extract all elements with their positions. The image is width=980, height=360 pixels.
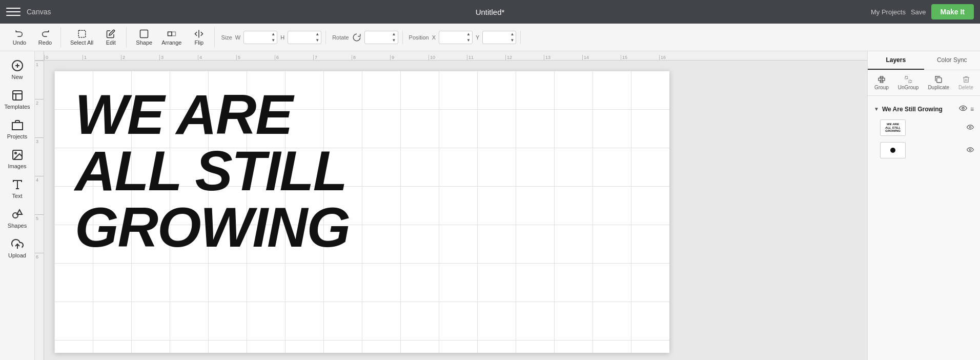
ungroup-button[interactable]: UnGroup (895, 73, 922, 92)
my-projects-button[interactable]: My Projects (871, 8, 906, 16)
ruler-mark-8: 8 (352, 55, 390, 60)
ungroup-icon (904, 75, 912, 84)
h-input[interactable] (288, 34, 314, 41)
ruler-mark-12: 12 (505, 55, 544, 60)
sidebar-item-upload-label: Upload (8, 252, 26, 258)
select-all-button[interactable]: Select All (66, 27, 97, 48)
images-icon (11, 149, 24, 161)
undo-button[interactable]: Undo (7, 27, 32, 48)
x-label: X (432, 34, 436, 41)
make-it-button[interactable]: Make It (931, 4, 974, 19)
sidebar-item-shapes[interactable]: Shapes (2, 204, 33, 233)
arrange-button[interactable]: Arrange (157, 27, 186, 48)
svg-rect-23 (937, 78, 942, 83)
w-down[interactable]: ▼ (270, 37, 277, 44)
rotate-input[interactable] (365, 34, 391, 41)
document-title: Untitled* (476, 8, 505, 16)
h-up[interactable]: ▲ (314, 31, 321, 37)
canvas-viewport[interactable]: WE ARE ALL STILL GROWING (44, 61, 867, 360)
right-panel: Layers Color Sync Group UnGroup Duplicat… (867, 51, 980, 360)
svg-point-25 (969, 126, 971, 128)
ruler-left: 1 2 3 4 5 6 (35, 61, 44, 360)
layer-item-circle[interactable] (871, 139, 977, 161)
layer-thumb-text-content: WE AREALL STILLGROWING (885, 123, 901, 133)
w-up[interactable]: ▲ (270, 31, 277, 37)
group-button[interactable]: Group (871, 73, 892, 92)
sidebar-item-text-label: Text (12, 193, 22, 199)
sidebar-item-text[interactable]: Text (2, 174, 33, 203)
ruler-left-mark-1: 1 (35, 61, 44, 99)
svg-rect-3 (172, 32, 176, 36)
ruler-mark-7: 7 (313, 55, 352, 60)
flip-button[interactable]: Flip (187, 27, 211, 48)
ruler-mark-14: 14 (582, 55, 621, 60)
svg-point-11 (15, 152, 16, 154)
layer-group-we-are-still-growing: ▼ We Are Still Growing ≡ WE AREALL STILL… (871, 102, 977, 161)
layer-group-header[interactable]: ▼ We Are Still Growing ≡ (871, 102, 977, 116)
main-area: New Templates Projects Images Text Shape… (0, 51, 980, 360)
x-down[interactable]: ▼ (465, 37, 472, 44)
sidebar-item-images-label: Images (8, 163, 26, 169)
tab-layers[interactable]: Layers (868, 51, 924, 70)
y-down[interactable]: ▼ (508, 37, 516, 44)
layer-item-eye-button[interactable] (967, 124, 974, 132)
rotate-up[interactable]: ▲ (391, 31, 398, 37)
layer-item-text[interactable]: WE AREALL STILLGROWING (871, 117, 977, 138)
y-label: Y (476, 34, 479, 41)
ruler-mark-9: 9 (390, 55, 428, 60)
rotate-label: Rotate (332, 34, 349, 41)
y-spinner: ▲ ▼ (508, 31, 516, 44)
svg-rect-20 (880, 81, 883, 83)
rotate-down[interactable]: ▼ (391, 37, 398, 44)
ruler-mark-0: 0 (44, 55, 83, 60)
save-button[interactable]: Save (911, 8, 926, 16)
svg-marker-15 (17, 210, 22, 214)
canvas-text-line1: WE ARE (75, 86, 350, 143)
edit-button[interactable]: Edit (98, 27, 123, 48)
layer-group-menu-button[interactable]: ≡ (970, 106, 974, 113)
sidebar-item-new[interactable]: New (2, 55, 33, 84)
sidebar-item-upload[interactable]: Upload (2, 234, 33, 263)
h-label: H (280, 34, 284, 41)
ruler-left-mark-6: 6 (35, 253, 44, 291)
shape-button[interactable]: Shape (132, 27, 156, 48)
x-input[interactable] (439, 34, 465, 41)
layer-group-title: We Are Still Growing (882, 106, 956, 113)
w-input[interactable] (244, 34, 270, 41)
sidebar-item-projects-label: Projects (7, 133, 28, 139)
delete-button[interactable]: Delete (955, 73, 976, 92)
redo-button[interactable]: Redo (33, 27, 57, 48)
layer-group-eye-button[interactable] (959, 104, 967, 114)
canvas-label: Canvas (27, 8, 51, 16)
h-down[interactable]: ▼ (314, 37, 321, 44)
w-label: W (235, 34, 240, 41)
duplicate-button[interactable]: Duplicate (925, 73, 952, 92)
duplicate-icon (934, 75, 943, 84)
toolbar-history-group: Undo Redo (4, 27, 61, 48)
x-up[interactable]: ▲ (465, 31, 472, 37)
sidebar-item-shapes-label: Shapes (8, 223, 27, 229)
sidebar-item-templates[interactable]: Templates (2, 85, 33, 114)
svg-rect-22 (909, 80, 911, 83)
menu-button[interactable] (6, 5, 21, 19)
svg-point-26 (969, 149, 971, 151)
ruler-mark-3: 3 (159, 55, 198, 60)
sidebar-item-new-label: New (11, 74, 23, 80)
ruler-mark-2: 2 (121, 55, 159, 60)
header-right: My Projects Save Make It (871, 4, 974, 19)
layer-item-circle-eye-button[interactable] (967, 146, 974, 155)
toolbar-size-group: Size W ▲ ▼ H ▲ ▼ (217, 31, 326, 44)
ruler-left-mark-2: 2 (35, 99, 44, 137)
group-icon (877, 75, 886, 84)
tab-color-sync[interactable]: Color Sync (924, 51, 981, 70)
left-sidebar: New Templates Projects Images Text Shape… (0, 51, 35, 360)
canvas-text-line2: ALL STILL (75, 143, 350, 199)
ruler-corner (35, 51, 44, 61)
layers-panel: ▼ We Are Still Growing ≡ WE AREALL STILL… (868, 96, 980, 360)
sidebar-item-projects[interactable]: Projects (2, 115, 33, 144)
y-up[interactable]: ▲ (508, 31, 516, 37)
y-input[interactable] (483, 34, 508, 41)
canvas-content: WE ARE ALL STILL GROWING (54, 71, 669, 353)
rotate-spinner: ▲ ▼ (391, 31, 398, 44)
sidebar-item-images[interactable]: Images (2, 145, 33, 173)
